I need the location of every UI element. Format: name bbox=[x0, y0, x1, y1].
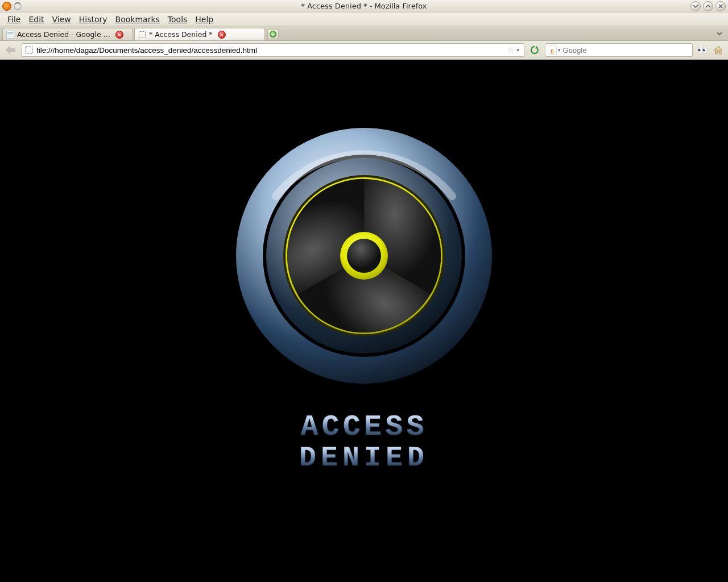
menu-bookmarks[interactable]: Bookmarks bbox=[111, 14, 164, 25]
menubar: File Edit View History Bookmarks Tools H… bbox=[0, 13, 728, 26]
document-icon bbox=[6, 31, 14, 39]
tab-2[interactable]: * Access Denied * × bbox=[134, 28, 265, 40]
access-denied-text: ACCESS DENIED bbox=[299, 412, 429, 473]
minimize-button[interactable] bbox=[690, 1, 701, 11]
search-bar[interactable]: ▾ bbox=[545, 43, 693, 57]
menu-tools[interactable]: Tools bbox=[164, 14, 192, 25]
reload-button[interactable] bbox=[528, 44, 541, 56]
back-arrow-icon bbox=[5, 45, 17, 55]
menu-view[interactable]: View bbox=[48, 14, 75, 25]
chevron-up-icon bbox=[705, 3, 711, 9]
access-denied-poster: ACCESS DENIED bbox=[216, 122, 512, 473]
page-icon bbox=[24, 45, 34, 55]
home-button[interactable] bbox=[712, 44, 725, 56]
close-window-button[interactable] bbox=[715, 1, 726, 11]
all-tabs-button[interactable] bbox=[714, 28, 725, 39]
firefox-icon bbox=[2, 2, 11, 11]
navbar: ☆ ▾ ▾ 👀 bbox=[0, 41, 728, 60]
url-bar[interactable]: ☆ ▾ bbox=[22, 43, 524, 57]
window-titlebar: * Access Denied * - Mozilla Firefox bbox=[0, 0, 728, 13]
maximize-button[interactable] bbox=[703, 1, 713, 11]
tab-1[interactable]: Access Denied - Google … × bbox=[2, 28, 133, 40]
access-text-line2: DENIED bbox=[299, 443, 429, 473]
new-tab-button[interactable]: + bbox=[267, 29, 279, 39]
bookmark-star-icon[interactable]: ☆ bbox=[507, 45, 515, 55]
find-button[interactable]: 👀 bbox=[696, 44, 709, 56]
menu-help[interactable]: Help bbox=[191, 14, 217, 25]
menu-history[interactable]: History bbox=[75, 14, 111, 25]
menu-file[interactable]: File bbox=[3, 14, 24, 25]
close-tab-button[interactable]: × bbox=[115, 31, 123, 39]
close-icon bbox=[718, 3, 723, 9]
google-icon bbox=[548, 45, 557, 55]
plus-icon: + bbox=[270, 31, 276, 38]
page-viewport: ACCESS DENIED bbox=[0, 60, 728, 582]
home-icon bbox=[713, 45, 723, 55]
close-tab-button[interactable]: × bbox=[218, 31, 226, 39]
back-button[interactable] bbox=[3, 44, 18, 56]
reload-icon bbox=[530, 45, 539, 55]
svg-point-5 bbox=[347, 239, 381, 273]
window-title: * Access Denied * - Mozilla Firefox bbox=[0, 2, 728, 10]
busy-icon bbox=[14, 2, 22, 10]
url-input[interactable] bbox=[36, 46, 505, 55]
page-icon bbox=[138, 31, 146, 39]
chevron-down-icon bbox=[693, 3, 698, 9]
menu-edit[interactable]: Edit bbox=[24, 14, 48, 25]
tabstrip: Access Denied - Google … × * Access Deni… bbox=[0, 26, 728, 41]
radiation-badge-icon bbox=[230, 122, 498, 389]
chevron-down-icon bbox=[716, 30, 723, 37]
tab-label: Access Denied - Google … bbox=[17, 30, 110, 39]
search-engine-dropdown[interactable]: ▾ bbox=[558, 47, 561, 53]
access-text-line1: ACCESS bbox=[299, 412, 429, 443]
tab-label: * Access Denied * bbox=[149, 30, 213, 39]
search-input[interactable] bbox=[563, 46, 690, 55]
url-dropdown-button[interactable]: ▾ bbox=[516, 47, 519, 53]
binoculars-icon: 👀 bbox=[697, 45, 708, 55]
